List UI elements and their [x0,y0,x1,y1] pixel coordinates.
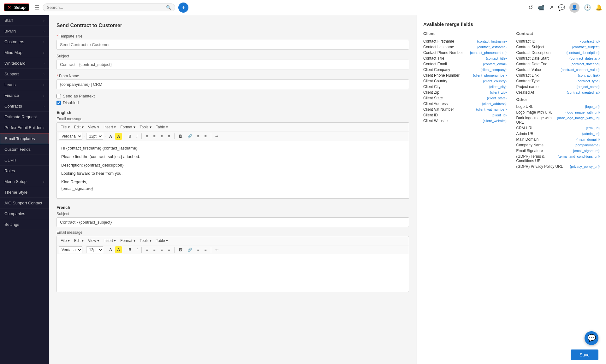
fr-file-menu[interactable]: File ▾ [59,238,72,244]
sidebar-item-support[interactable]: Support › [0,69,49,79]
fr-italic-btn[interactable]: I [134,247,139,253]
align-center-btn[interactable]: ≡ [152,133,157,139]
merge-row: Dark logo image with URL {dark_logo_imag… [516,115,600,125]
edit-menu[interactable]: Edit ▾ [72,124,86,130]
sidebar-item-perfex[interactable]: Perfex Email Builder › [0,122,49,133]
french-editor-body[interactable] [56,254,409,292]
font-color-btn[interactable]: A [107,133,114,140]
setup-tab[interactable]: ✕ Setup [4,3,29,11]
plaintext-checkbox[interactable] [56,94,61,98]
sidebar-item-label: AIO Support Contact [4,201,42,205]
sidebar-item-finance[interactable]: Finance › [0,90,49,101]
sidebar-item-whiteboard[interactable]: Whiteboard › [0,58,49,69]
chevron-icon: › [43,94,45,97]
sidebar-item-menu-setup[interactable]: Menu Setup › [0,176,49,187]
merge-row: Contact Firstname {contact_firstname} [423,38,507,44]
sidebar-item-theme-style[interactable]: Theme Style [0,187,49,198]
fr-format-menu[interactable]: Format ▾ [118,238,137,244]
sidebar-item-companies[interactable]: Companies [0,208,49,219]
italic-btn[interactable]: I [134,133,139,139]
fr-bg-color-btn[interactable]: A [115,246,122,253]
bg-color-btn[interactable]: A [115,133,122,140]
email-message-label: Email message [56,117,409,121]
video-icon[interactable]: 📹 [538,4,544,11]
sidebar-item-contracts[interactable]: Contracts › [0,101,49,112]
fr-align-justify-btn[interactable]: ≡ [166,247,172,253]
share-icon[interactable]: ↗ [549,4,554,11]
fr-image-btn[interactable]: 🖼 [177,247,184,253]
sidebar-item-settings[interactable]: Settings [0,219,49,230]
fr-table-menu[interactable]: Table ▾ [154,238,170,244]
fr-tools-menu[interactable]: Tools ▾ [138,238,153,244]
align-justify-btn[interactable]: ≡ [166,133,172,139]
fr-insert-menu[interactable]: Insert ▾ [102,238,118,244]
undo-btn[interactable]: ↩ [213,133,220,139]
merge-row: Client ID {client_id} [423,112,507,118]
fr-edit-menu[interactable]: Edit ▾ [72,238,86,244]
file-menu[interactable]: File ▾ [59,124,72,130]
french-editor-toolbar-2: Verdana - 12pt - A A B I ≡ [56,245,409,254]
template-title-input[interactable] [56,40,409,50]
fr-numbered-list-btn[interactable]: ≡ [203,247,209,253]
search-input[interactable] [47,5,163,10]
format-menu[interactable]: Format ▾ [118,124,137,130]
topbar-right: ↺ 📹 ↗ 💬 👤 🕐 🔔 [528,3,602,13]
sidebar-item-email-templates[interactable]: Email Templates [0,133,49,144]
align-left-btn[interactable]: ≡ [144,133,150,139]
separator: - [104,247,106,252]
sidebar-item-leads[interactable]: Leads › [0,79,49,90]
disabled-checkbox[interactable] [56,101,61,105]
bold-btn[interactable]: B [127,133,133,139]
fr-font-family-select[interactable]: Verdana [59,246,82,253]
fr-view-menu[interactable]: View ▾ [86,238,101,244]
merge-row: Project name {project_name} [516,84,600,90]
history-icon[interactable]: ↺ [528,4,533,11]
required-star: * [56,74,59,78]
sidebar-item-estimate[interactable]: Estimate Request [0,112,49,122]
clock-icon[interactable]: 🕐 [584,4,591,11]
subject-input[interactable] [56,60,409,69]
fr-link-btn[interactable]: 🔗 [186,247,194,253]
fr-font-color-btn[interactable]: A [107,246,114,253]
message-icon[interactable]: 💬 [558,4,565,11]
from-name-input[interactable] [56,79,409,89]
font-size-select[interactable]: 12pt [86,133,103,140]
link-btn[interactable]: 🔗 [186,133,194,139]
sidebar-item-customers[interactable]: Customers › [0,37,49,47]
fr-align-left-btn[interactable]: ≡ [144,247,150,253]
fr-bold-btn[interactable]: B [127,247,133,253]
avatar[interactable]: 👤 [569,3,579,13]
sidebar-item-aio[interactable]: AIO Support Contact [0,198,49,208]
hamburger-icon[interactable]: ☰ [34,4,39,11]
insert-menu[interactable]: Insert ▾ [102,124,118,130]
font-family-select[interactable]: Verdana [59,133,82,140]
bell-icon[interactable]: 🔔 [595,4,602,11]
save-button[interactable]: Save [571,349,598,360]
tools-menu[interactable]: Tools ▾ [138,124,153,130]
sidebar-item-custom-fields[interactable]: Custom Fields [0,144,49,155]
french-subject-input[interactable] [56,217,409,227]
sidebar-item-bpmn[interactable]: BPMN › [0,26,49,37]
align-right-btn[interactable]: ≡ [159,133,165,139]
english-editor-body[interactable]: Hi {contact_firstname} {contact_lastname… [56,141,409,199]
fr-align-right-btn[interactable]: ≡ [159,247,165,253]
view-menu[interactable]: View ▾ [86,124,101,130]
fr-font-size-select[interactable]: 12pt [86,246,103,253]
sidebar-item-label: Roles [4,168,15,173]
sidebar-item-staff[interactable]: Staff › [0,15,49,26]
fr-align-center-btn[interactable]: ≡ [152,247,157,253]
add-button[interactable]: + [178,3,188,13]
fr-undo-btn[interactable]: ↩ [213,247,220,253]
sidebar-item-gdpr[interactable]: GDPR [0,155,49,166]
image-btn[interactable]: 🖼 [177,133,184,139]
chat-fab-button[interactable]: 💬 [585,331,598,345]
sidebar-item-label: Custom Fields [4,147,31,152]
list-btn[interactable]: ≡ [195,133,201,139]
numbered-list-btn[interactable]: ≡ [203,133,209,139]
close-icon[interactable]: ✕ [8,5,11,10]
sidebar-item-mindmap[interactable]: Mind Map › [0,47,49,58]
table-menu[interactable]: Table ▾ [154,124,170,130]
sidebar-item-roles[interactable]: Roles [0,166,49,176]
fr-list-btn[interactable]: ≡ [195,247,201,253]
sidebar-item-label: Perfex Email Builder [4,125,42,130]
